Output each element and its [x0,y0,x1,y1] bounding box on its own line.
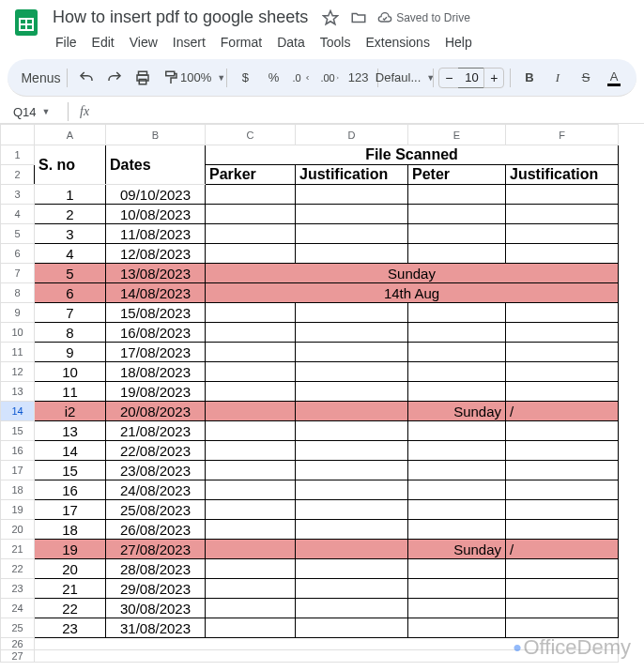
italic-button[interactable]: I [544,65,571,91]
cell-C[interactable] [206,185,296,205]
menu-insert[interactable]: Insert [166,31,212,53]
cell-parker-header[interactable]: Parker [206,165,296,185]
row-header-4[interactable]: 4 [1,205,35,224]
col-header-C[interactable]: C [206,125,296,145]
cell-C[interactable] [206,500,296,520]
cell-date[interactable]: 27/08/2023 [106,540,206,559]
move-folder-icon[interactable] [349,8,368,27]
cell-C[interactable] [206,362,296,382]
cell-sno[interactable]: 6 [35,283,106,303]
cell-E[interactable] [408,362,506,382]
cell-sno[interactable]: 10 [35,362,106,382]
cell-D[interactable] [296,461,408,480]
cell-sno[interactable]: 17 [35,500,106,520]
cell-D[interactable] [296,599,408,618]
cell-C[interactable] [206,441,296,461]
cell-C[interactable] [206,323,296,343]
row-header-27[interactable]: 27 [1,650,35,663]
cell-date[interactable]: 14/08/2023 [106,283,206,303]
undo-icon[interactable] [73,65,100,91]
select-all-corner[interactable] [1,125,35,145]
cell-E[interactable] [408,244,506,264]
cell-C[interactable] [206,461,296,480]
cell-date[interactable]: 16/08/2023 [106,323,206,343]
cell-C[interactable] [206,224,296,244]
row-header-18[interactable]: 18 [1,480,35,500]
cell-C[interactable] [206,599,296,618]
cell-E[interactable] [408,500,506,520]
cell-date[interactable]: 17/08/2023 [106,343,206,362]
row-header-17[interactable]: 17 [1,461,35,480]
menu-format[interactable]: Format [214,31,268,53]
cell-date[interactable]: 20/08/2023 [106,402,206,421]
cell-C[interactable] [206,303,296,323]
cell-D[interactable] [296,205,408,224]
cell-E[interactable] [408,224,506,244]
cell-sno[interactable]: 15 [35,461,106,480]
cell-F[interactable] [506,500,619,520]
row-header-24[interactable]: 24 [1,599,35,618]
row-header-9[interactable]: 9 [1,303,35,323]
col-header-B[interactable]: B [106,125,206,145]
zoom-select[interactable]: 100%▼ [186,65,221,91]
cell-F[interactable] [506,343,619,362]
sheets-logo-icon[interactable] [11,8,41,38]
row-header-19[interactable]: 19 [1,500,35,520]
cell-F[interactable] [506,559,619,579]
cell-D[interactable] [296,343,408,362]
cell-sno[interactable]: 8 [35,323,106,343]
cell-C[interactable] [206,618,296,638]
cell-E[interactable] [408,205,506,224]
cell-D[interactable] [296,559,408,579]
cell-D[interactable] [296,323,408,343]
cell-date[interactable]: 15/08/2023 [106,303,206,323]
cell-F[interactable] [506,599,619,618]
cell-date[interactable]: 11/08/2023 [106,224,206,244]
cell-D[interactable] [296,441,408,461]
cell-merged[interactable]: 14th Aug [206,283,619,303]
row-header-1[interactable]: 1 [1,145,35,165]
cell-sno[interactable]: 14 [35,441,106,461]
row-header-3[interactable]: 3 [1,185,35,205]
cell-E[interactable]: Sunday [408,540,506,559]
cell-sno[interactable]: 1 [35,185,106,205]
cell-date[interactable]: 12/08/2023 [106,244,206,264]
cell-date[interactable]: 09/10/2023 [106,185,206,205]
cell-F[interactable] [506,185,619,205]
cell-sno-header[interactable]: S. no [35,145,106,185]
cell-D[interactable] [296,185,408,205]
cell-just1-header[interactable]: Justification [296,165,408,185]
cell-D[interactable] [296,382,408,402]
cell-E[interactable] [408,599,506,618]
cell-F[interactable]: / [506,540,619,559]
cell-date[interactable]: 22/08/2023 [106,441,206,461]
fontsize-increase-button[interactable]: + [483,68,504,88]
cell-D[interactable] [296,520,408,540]
cell-F[interactable] [506,461,619,480]
cell-E[interactable] [408,343,506,362]
row-header-20[interactable]: 20 [1,520,35,540]
cell-E[interactable] [408,559,506,579]
cell-sno[interactable]: 19 [35,540,106,559]
cell-date[interactable]: 23/08/2023 [106,461,206,480]
strikethrough-button[interactable]: S [573,65,599,91]
row-header-26[interactable]: 26 [1,638,35,650]
menu-data[interactable]: Data [270,31,312,53]
cell-C[interactable] [206,480,296,500]
cell-E[interactable] [408,579,506,599]
cell-F[interactable] [506,323,619,343]
cell-date[interactable]: 25/08/2023 [106,500,206,520]
row-header-25[interactable]: 25 [1,618,35,638]
cell-E[interactable] [408,461,506,480]
cell-sno[interactable]: 3 [35,224,106,244]
spreadsheet-grid[interactable]: A B C D E F 1 S. no Dates File Scanned 2… [0,124,619,663]
col-header-E[interactable]: E [408,125,506,145]
cell-F[interactable] [506,362,619,382]
name-box[interactable]: Q14▼ [9,103,56,121]
cell-C[interactable] [206,421,296,441]
cell-F[interactable] [506,205,619,224]
col-header-A[interactable]: A [35,125,106,145]
cell-date[interactable]: 31/08/2023 [106,618,206,638]
decrease-decimal-button[interactable]: .0 [288,65,314,91]
doc-title[interactable]: How to insert pdf to google sheets [49,6,312,29]
